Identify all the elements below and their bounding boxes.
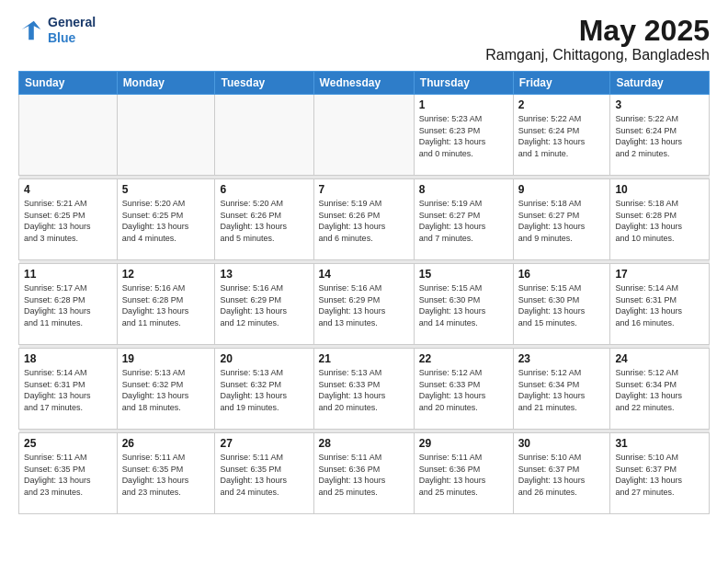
- day-number: 28: [319, 437, 409, 450]
- calendar-week-1: 1Sunrise: 5:23 AM Sunset: 6:23 PM Daylig…: [19, 95, 710, 176]
- calendar: SundayMondayTuesdayWednesdayThursdayFrid…: [18, 71, 710, 514]
- day-info: Sunrise: 5:10 AM Sunset: 6:37 PM Dayligh…: [615, 452, 704, 498]
- day-info: Sunrise: 5:20 AM Sunset: 6:26 PM Dayligh…: [220, 198, 308, 244]
- day-number: 4: [24, 183, 112, 196]
- calendar-cell: 24Sunrise: 5:12 AM Sunset: 6:34 PM Dayli…: [610, 349, 710, 430]
- day-info: Sunrise: 5:16 AM Sunset: 6:29 PM Dayligh…: [220, 282, 308, 328]
- day-info: Sunrise: 5:22 AM Sunset: 6:24 PM Dayligh…: [518, 113, 606, 159]
- day-info: Sunrise: 5:11 AM Sunset: 6:36 PM Dayligh…: [419, 452, 508, 498]
- calendar-cell: 20Sunrise: 5:13 AM Sunset: 6:32 PM Dayli…: [215, 349, 313, 430]
- day-number: 24: [615, 352, 704, 365]
- title-block: May 2025 Ramganj, Chittagong, Bangladesh: [485, 15, 710, 63]
- calendar-cell: 19Sunrise: 5:13 AM Sunset: 6:32 PM Dayli…: [117, 349, 215, 430]
- logo-text: General Blue: [48, 15, 96, 46]
- day-info: Sunrise: 5:12 AM Sunset: 6:33 PM Dayligh…: [419, 367, 508, 413]
- calendar-cell: 11Sunrise: 5:17 AM Sunset: 6:28 PM Dayli…: [19, 264, 118, 345]
- calendar-cell: 25Sunrise: 5:11 AM Sunset: 6:35 PM Dayli…: [19, 433, 118, 514]
- day-number: 3: [615, 98, 704, 111]
- calendar-cell: 1Sunrise: 5:23 AM Sunset: 6:23 PM Daylig…: [414, 95, 513, 176]
- day-number: 21: [319, 352, 409, 365]
- calendar-week-5: 25Sunrise: 5:11 AM Sunset: 6:35 PM Dayli…: [19, 433, 710, 514]
- weekday-header-tuesday: Tuesday: [215, 72, 313, 95]
- day-info: Sunrise: 5:13 AM Sunset: 6:32 PM Dayligh…: [122, 367, 210, 413]
- calendar-cell: 23Sunrise: 5:12 AM Sunset: 6:34 PM Dayli…: [513, 349, 610, 430]
- calendar-cell: 13Sunrise: 5:16 AM Sunset: 6:29 PM Dayli…: [215, 264, 313, 345]
- day-number: 14: [319, 268, 409, 281]
- weekday-header-sunday: Sunday: [19, 72, 118, 95]
- logo-icon: [18, 17, 44, 43]
- calendar-cell: 17Sunrise: 5:14 AM Sunset: 6:31 PM Dayli…: [610, 264, 710, 345]
- weekday-header-monday: Monday: [117, 72, 215, 95]
- day-info: Sunrise: 5:14 AM Sunset: 6:31 PM Dayligh…: [24, 367, 112, 413]
- day-number: 15: [419, 268, 508, 281]
- day-info: Sunrise: 5:18 AM Sunset: 6:28 PM Dayligh…: [615, 198, 704, 244]
- calendar-cell: 21Sunrise: 5:13 AM Sunset: 6:33 PM Dayli…: [313, 349, 414, 430]
- page: General Blue May 2025 Ramganj, Chittagon…: [0, 0, 728, 563]
- calendar-cell: 16Sunrise: 5:15 AM Sunset: 6:30 PM Dayli…: [513, 264, 610, 345]
- day-info: Sunrise: 5:10 AM Sunset: 6:37 PM Dayligh…: [518, 452, 606, 498]
- calendar-cell: 28Sunrise: 5:11 AM Sunset: 6:36 PM Dayli…: [313, 433, 414, 514]
- calendar-cell: 2Sunrise: 5:22 AM Sunset: 6:24 PM Daylig…: [513, 95, 610, 176]
- sub-title: Ramganj, Chittagong, Bangladesh: [485, 47, 710, 63]
- calendar-week-3: 11Sunrise: 5:17 AM Sunset: 6:28 PM Dayli…: [19, 264, 710, 345]
- day-number: 11: [24, 268, 112, 281]
- calendar-week-2: 4Sunrise: 5:21 AM Sunset: 6:25 PM Daylig…: [19, 179, 710, 260]
- day-info: Sunrise: 5:21 AM Sunset: 6:25 PM Dayligh…: [24, 198, 112, 244]
- calendar-cell: 31Sunrise: 5:10 AM Sunset: 6:37 PM Dayli…: [610, 433, 710, 514]
- day-number: 2: [518, 98, 606, 111]
- day-info: Sunrise: 5:16 AM Sunset: 6:28 PM Dayligh…: [122, 282, 210, 328]
- main-title: May 2025: [485, 15, 710, 47]
- calendar-cell: 26Sunrise: 5:11 AM Sunset: 6:35 PM Dayli…: [117, 433, 215, 514]
- day-number: 22: [419, 352, 508, 365]
- day-info: Sunrise: 5:20 AM Sunset: 6:25 PM Dayligh…: [122, 198, 210, 244]
- day-number: 6: [220, 183, 308, 196]
- day-number: 29: [419, 437, 508, 450]
- calendar-header-row: SundayMondayTuesdayWednesdayThursdayFrid…: [19, 72, 710, 95]
- calendar-cell: 10Sunrise: 5:18 AM Sunset: 6:28 PM Dayli…: [610, 179, 710, 260]
- calendar-cell: 12Sunrise: 5:16 AM Sunset: 6:28 PM Dayli…: [117, 264, 215, 345]
- calendar-cell: 5Sunrise: 5:20 AM Sunset: 6:25 PM Daylig…: [117, 179, 215, 260]
- calendar-cell: 6Sunrise: 5:20 AM Sunset: 6:26 PM Daylig…: [215, 179, 313, 260]
- calendar-week-4: 18Sunrise: 5:14 AM Sunset: 6:31 PM Dayli…: [19, 349, 710, 430]
- day-number: 17: [615, 268, 704, 281]
- logo: General Blue: [18, 15, 96, 46]
- calendar-cell: 3Sunrise: 5:22 AM Sunset: 6:24 PM Daylig…: [610, 95, 710, 176]
- day-number: 16: [518, 268, 606, 281]
- weekday-header-saturday: Saturday: [610, 72, 710, 95]
- day-info: Sunrise: 5:12 AM Sunset: 6:34 PM Dayligh…: [518, 367, 606, 413]
- day-number: 20: [220, 352, 308, 365]
- calendar-cell: 4Sunrise: 5:21 AM Sunset: 6:25 PM Daylig…: [19, 179, 118, 260]
- day-number: 18: [24, 352, 112, 365]
- calendar-cell: [19, 95, 118, 176]
- day-info: Sunrise: 5:11 AM Sunset: 6:35 PM Dayligh…: [220, 452, 308, 498]
- day-info: Sunrise: 5:17 AM Sunset: 6:28 PM Dayligh…: [24, 282, 112, 328]
- day-number: 26: [122, 437, 210, 450]
- day-info: Sunrise: 5:13 AM Sunset: 6:32 PM Dayligh…: [220, 367, 308, 413]
- calendar-cell: 15Sunrise: 5:15 AM Sunset: 6:30 PM Dayli…: [414, 264, 513, 345]
- weekday-header-thursday: Thursday: [414, 72, 513, 95]
- day-number: 19: [122, 352, 210, 365]
- day-info: Sunrise: 5:13 AM Sunset: 6:33 PM Dayligh…: [319, 367, 409, 413]
- day-number: 9: [518, 183, 606, 196]
- day-info: Sunrise: 5:19 AM Sunset: 6:26 PM Dayligh…: [319, 198, 409, 244]
- calendar-cell: 18Sunrise: 5:14 AM Sunset: 6:31 PM Dayli…: [19, 349, 118, 430]
- day-number: 12: [122, 268, 210, 281]
- day-number: 7: [319, 183, 409, 196]
- calendar-cell: 29Sunrise: 5:11 AM Sunset: 6:36 PM Dayli…: [414, 433, 513, 514]
- calendar-cell: 30Sunrise: 5:10 AM Sunset: 6:37 PM Dayli…: [513, 433, 610, 514]
- day-info: Sunrise: 5:22 AM Sunset: 6:24 PM Dayligh…: [615, 113, 704, 159]
- header: General Blue May 2025 Ramganj, Chittagon…: [18, 15, 710, 63]
- day-number: 31: [615, 437, 704, 450]
- day-info: Sunrise: 5:11 AM Sunset: 6:36 PM Dayligh…: [319, 452, 409, 498]
- weekday-header-friday: Friday: [513, 72, 610, 95]
- weekday-header-wednesday: Wednesday: [313, 72, 414, 95]
- day-number: 25: [24, 437, 112, 450]
- calendar-cell: 7Sunrise: 5:19 AM Sunset: 6:26 PM Daylig…: [313, 179, 414, 260]
- calendar-cell: 27Sunrise: 5:11 AM Sunset: 6:35 PM Dayli…: [215, 433, 313, 514]
- day-number: 23: [518, 352, 606, 365]
- day-info: Sunrise: 5:15 AM Sunset: 6:30 PM Dayligh…: [419, 282, 508, 328]
- calendar-cell: [215, 95, 313, 176]
- day-number: 13: [220, 268, 308, 281]
- day-number: 1: [419, 98, 508, 111]
- day-info: Sunrise: 5:19 AM Sunset: 6:27 PM Dayligh…: [419, 198, 508, 244]
